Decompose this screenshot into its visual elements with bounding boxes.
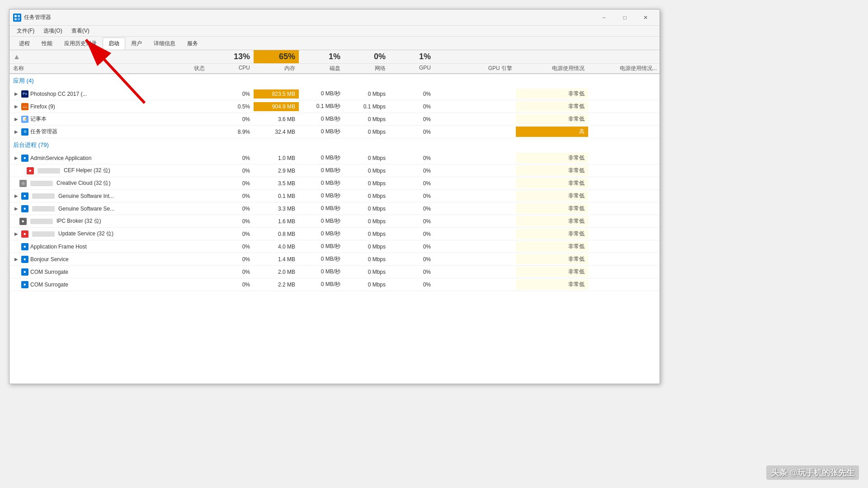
process-table: 应用 (4) ▶ Ps Photoshop CC 2017 (... 0% 82… — [9, 74, 660, 384]
gpu: 0% — [389, 89, 434, 99]
menu-file[interactable]: 文件(F) — [13, 26, 38, 36]
col-label-cpu[interactable]: CPU — [208, 64, 254, 73]
table-row[interactable]: ▶ ■ Genuine Software Se... 0% 3.3 MB 0 M… — [9, 202, 660, 215]
memory: 32.4 MB — [254, 127, 299, 136]
power-trend — [588, 131, 660, 133]
col-label-gpu[interactable]: GPU — [389, 64, 434, 73]
svg-rect-1 — [18, 15, 20, 17]
expand-icon[interactable]: ▶ — [13, 256, 19, 263]
col-header-disk-pct[interactable]: 1% — [299, 50, 344, 63]
close-button[interactable]: ✕ — [635, 9, 656, 26]
menu-view[interactable]: 查看(V) — [68, 26, 93, 36]
process-name-cell: ▶ ■ Bonjour Service — [9, 254, 154, 264]
col-label-network[interactable]: 网络 — [344, 64, 389, 73]
col-label-memory[interactable]: 内存 — [254, 64, 299, 73]
svg-rect-3 — [18, 18, 20, 20]
col-label-gpuengine[interactable]: GPU 引擎 — [434, 64, 516, 73]
blur-placeholder — [38, 168, 60, 174]
process-name-cell: ▶ ■ Application Frame Host — [9, 242, 154, 252]
table-row[interactable]: ▶ ■ Update Service (32 位) 0% 0.8 MB 0 MB… — [9, 228, 660, 240]
expand-icon[interactable]: ▶ — [13, 116, 19, 122]
tab-app-history[interactable]: 应用历史记录 — [58, 38, 103, 50]
col-label-powertrend[interactable]: 电源使用情况... — [588, 64, 660, 73]
col-header-memory-pct[interactable]: 65% — [254, 50, 299, 63]
process-icon: ■ — [19, 218, 27, 225]
window-controls: − □ ✕ — [594, 9, 656, 26]
col-label-power[interactable]: 电源使用情况 — [516, 64, 588, 73]
menu-options[interactable]: 选项(O) — [40, 26, 66, 36]
table-row[interactable]: ▶ ■ Application Frame Host 0% 4.0 MB 0 M… — [9, 240, 660, 253]
table-row[interactable]: ■ IPC Broker (32 位) 0% 1.6 MB 0 MB/秒 0 M… — [9, 215, 660, 228]
process-icon: ■ — [27, 167, 34, 174]
process-icon: Ps — [21, 90, 28, 98]
col-header-cpu-pct[interactable]: 13% — [208, 50, 254, 63]
disk: 0 MB/秒 — [299, 114, 344, 124]
process-icon: ■ — [21, 243, 28, 250]
status — [154, 131, 208, 133]
process-name-cell: ▶ ■ Update Service (32 位) — [9, 229, 154, 239]
col-label-status[interactable]: 状态 — [154, 64, 208, 73]
cpu: 0.5% — [208, 102, 254, 111]
memory: 3.6 MB — [254, 115, 299, 124]
power-trend — [588, 118, 660, 121]
tab-bar: 进程 性能 应用历史记录 启动 用户 详细信息 服务 — [9, 37, 660, 50]
tab-performance[interactable]: 性能 — [36, 38, 58, 50]
process-icon: 🦊 — [21, 103, 28, 110]
table-row[interactable]: ▶ ■ Bonjour Service 0% 1.4 MB 0 MB/秒 0 M… — [9, 253, 660, 266]
svg-rect-2 — [14, 18, 17, 20]
disk: 0 MB/秒 — [299, 127, 344, 137]
minimize-button[interactable]: − — [594, 9, 614, 26]
process-name-cell: ▶ ■ Genuine Software Int... — [9, 191, 154, 201]
tab-startup[interactable]: 启动 — [103, 38, 125, 50]
expand-icon[interactable]: ▶ — [13, 155, 19, 161]
table-row[interactable]: ▶ ■ COM Surrogate 0% 2.2 MB 0 MB/秒 0 Mbp… — [9, 278, 660, 291]
memory: 823.5 MB — [254, 89, 299, 99]
section-background-title: 后台进程 (79) — [9, 138, 154, 152]
tab-processes[interactable]: 进程 — [13, 38, 36, 50]
col-header-gpu-pct[interactable]: 1% — [389, 50, 434, 63]
cpu: 0% — [208, 89, 254, 99]
gpu: 0% — [389, 102, 434, 111]
status — [154, 93, 208, 95]
tab-services[interactable]: 服务 — [181, 38, 204, 50]
table-row[interactable]: ▶ ■ COM Surrogate 0% 2.0 MB 0 MB/秒 0 Mbp… — [9, 266, 660, 278]
expand-icon[interactable]: ▶ — [13, 129, 19, 135]
expand-icon[interactable]: ▶ — [13, 103, 19, 110]
table-row[interactable]: ▶ 📝 记事本 0% 3.6 MB 0 MB/秒 0 Mbps 0% 非常低 — [9, 113, 660, 126]
table-row[interactable]: ◎ Creative Cloud (32 位) 0% 3.5 MB 0 MB/秒… — [9, 177, 660, 190]
process-icon: ■ — [21, 281, 28, 288]
process-name-cell: ▶ Ps Photoshop CC 2017 (... — [9, 89, 154, 99]
table-row[interactable]: ▶ ⚙ 任务管理器 8.9% 32.4 MB 0 MB/秒 0 Mbps 0% … — [9, 126, 660, 138]
col-label-name[interactable]: 名称 — [9, 64, 154, 73]
process-name-cell: ◎ Creative Cloud (32 位) — [9, 178, 154, 188]
table-row[interactable]: ▶ ■ AdminService Application 0% 1.0 MB 0… — [9, 152, 660, 164]
process-icon: ■ — [21, 155, 28, 162]
gpu-engine — [434, 131, 516, 133]
process-name-cell: ■ IPC Broker (32 位) — [9, 216, 154, 226]
col-label-disk[interactable]: 磁盘 — [299, 64, 344, 73]
tab-users[interactable]: 用户 — [125, 38, 148, 50]
expand-icon[interactable]: ▶ — [13, 206, 19, 212]
power: 高 — [516, 127, 588, 137]
network: 0 Mbps — [344, 115, 389, 124]
blur-placeholder — [32, 193, 55, 199]
section-apps-title: 应用 (4) — [9, 74, 154, 88]
table-row[interactable]: ▶ Ps Photoshop CC 2017 (... 0% 823.5 MB … — [9, 88, 660, 100]
col-header-power-pct — [516, 50, 588, 63]
maximize-button[interactable]: □ — [614, 9, 635, 26]
expand-icon[interactable]: ▶ — [13, 91, 19, 97]
table-row[interactable]: ▶ ■ Genuine Software Int... 0% 0.1 MB 0 … — [9, 190, 660, 202]
col-header-network-pct[interactable]: 0% — [344, 50, 389, 63]
col-header-powertrend-pct — [588, 50, 660, 63]
gpu: 0% — [389, 115, 434, 124]
expand-icon[interactable]: ▶ — [13, 193, 19, 199]
table-row[interactable]: ▶ 🦊 Firefox (9) 0.5% 904.9 MB 0.1 MB/秒 0… — [9, 100, 660, 113]
expand-icon[interactable]: ▶ — [13, 231, 19, 237]
table-row[interactable]: ■ CEF Helper (32 位) 0% 2.9 MB 0 MB/秒 0 M… — [9, 164, 660, 177]
svg-rect-0 — [14, 15, 17, 17]
sort-toggle[interactable]: ▲ — [9, 50, 154, 63]
menu-bar: 文件(F) 选项(O) 查看(V) — [9, 26, 660, 37]
power: 非常低 — [516, 101, 588, 112]
tab-details[interactable]: 详细信息 — [148, 38, 181, 50]
section-apps-header: 应用 (4) — [9, 74, 660, 88]
